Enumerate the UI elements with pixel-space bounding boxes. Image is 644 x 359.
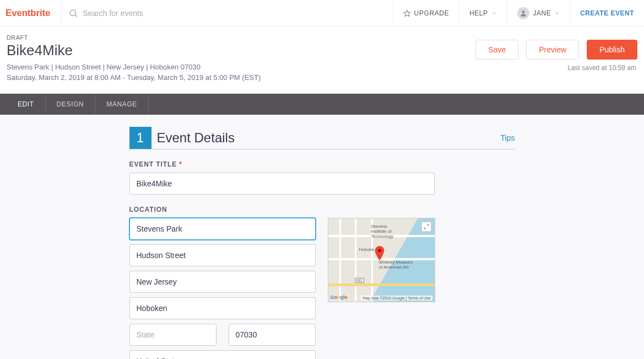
svg-point-4 — [378, 249, 381, 252]
top-nav: Eventbrite UPGRADE HELP JANE CREATE EVEN… — [0, 0, 644, 26]
svg-point-0 — [70, 10, 76, 16]
search-input[interactable] — [83, 9, 248, 18]
search-bar[interactable] — [61, 0, 392, 26]
avatar — [517, 7, 529, 19]
upgrade-label: UPGRADE — [414, 9, 450, 17]
chevron-down-icon — [554, 10, 560, 16]
location-label: LOCATION — [129, 206, 515, 213]
save-button[interactable]: Save — [475, 40, 518, 60]
event-title-label: EVENT TITLE * — [129, 160, 515, 168]
last-saved-text: Last saved at 10:59 am — [567, 64, 637, 72]
map-road — [328, 283, 435, 286]
svg-line-1 — [75, 15, 77, 17]
section-header: 1 Event Details Tips — [129, 127, 515, 149]
google-logo: Google — [331, 294, 348, 300]
upgrade-button[interactable]: UPGRADE — [393, 0, 459, 26]
help-label: HELP — [469, 9, 488, 17]
svg-point-3 — [522, 10, 524, 13]
help-menu[interactable]: HELP — [459, 0, 506, 26]
tab-manage[interactable]: MANAGE — [95, 94, 149, 115]
address2-input[interactable] — [129, 271, 316, 293]
status-badge: DRAFT — [7, 34, 475, 41]
event-title-input[interactable] — [129, 173, 435, 195]
tips-link[interactable]: Tips — [501, 133, 515, 142]
section-number: 1 — [129, 127, 151, 149]
star-icon — [403, 9, 411, 17]
event-location-summary: Stevens Park | Hudson Street | New Jerse… — [7, 62, 475, 73]
preview-button[interactable]: Preview — [526, 40, 579, 60]
map-route-label: 681 — [355, 278, 365, 283]
venue-input[interactable] — [129, 218, 316, 240]
chevron-down-icon — [491, 10, 497, 16]
map-poi-label: Stevens Institute of Technology — [371, 224, 393, 239]
map-preview[interactable]: Stevens Institute of Technology Hoboke W… — [328, 218, 435, 302]
search-icon — [68, 8, 78, 18]
form-area: 1 Event Details Tips EVENT TITLE * LOCAT… — [0, 115, 644, 359]
user-icon — [519, 9, 527, 17]
tab-edit[interactable]: EDIT — [7, 94, 46, 115]
city-input[interactable] — [129, 297, 316, 319]
event-date-summary: Saturday, March 2, 2019 at 8:00 AM - Tue… — [7, 73, 475, 83]
postal-input[interactable] — [229, 324, 316, 346]
logo[interactable]: Eventbrite — [0, 8, 61, 19]
publish-button[interactable]: Publish — [587, 40, 637, 60]
expand-icon — [424, 224, 429, 229]
expand-map-button[interactable] — [421, 222, 431, 232]
tab-design[interactable]: DESIGN — [46, 94, 96, 115]
map-pin-icon — [374, 246, 386, 262]
map-poi-label: Hoboke — [359, 247, 375, 252]
section-title: Event Details — [157, 130, 501, 146]
tab-bar: EDIT DESIGN MANAGE — [0, 94, 644, 115]
svg-marker-2 — [404, 10, 410, 17]
page-title: Bike4Mike — [7, 42, 475, 59]
map-attribution: Map data ©2018 Google | Terms of Use — [361, 296, 432, 301]
country-select[interactable] — [129, 350, 316, 359]
address-input[interactable] — [129, 244, 316, 266]
create-event-button[interactable]: CREATE EVENT — [570, 0, 644, 26]
page-header: DRAFT Bike4Mike Stevens Park | Hudson St… — [0, 26, 644, 94]
nav-right: UPGRADE HELP JANE CREATE EVENT — [393, 0, 644, 26]
user-name: JANE — [533, 9, 551, 17]
user-menu[interactable]: JANE — [507, 0, 570, 26]
state-input[interactable] — [129, 324, 217, 346]
